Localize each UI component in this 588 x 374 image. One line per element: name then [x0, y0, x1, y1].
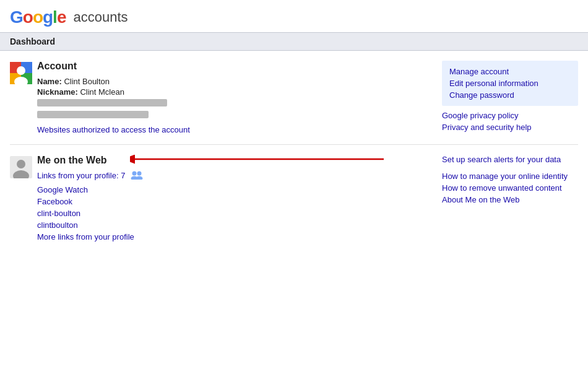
profile-links-number: 7 — [121, 171, 125, 180]
google-privacy-link[interactable]: Google privacy policy — [442, 111, 578, 120]
websites-link-container: Websites authorized to access the accoun… — [37, 125, 430, 134]
setup-alerts-link[interactable]: Set up search alerts for your data — [442, 155, 561, 164]
svg-point-14 — [136, 176, 142, 180]
person-icon — [10, 156, 32, 178]
account-icon — [10, 62, 32, 84]
me-body: Me on the Web Links from your profile: 7 — [37, 155, 430, 244]
svg-point-7 — [17, 160, 25, 168]
svg-point-11 — [132, 172, 136, 176]
websites-link[interactable]: Websites authorized to access the accoun… — [37, 125, 190, 134]
clintboulton-link[interactable]: clintboulton — [37, 220, 430, 230]
privacy-links: Google privacy policy Privacy and securi… — [442, 111, 578, 132]
annotation-arrow — [130, 150, 390, 168]
svg-point-4 — [17, 66, 25, 75]
change-password-link[interactable]: Change password — [449, 90, 571, 100]
google-watch-link[interactable]: Google Watch — [37, 185, 430, 194]
account-nickname-line: Nickname: Clint Mclean — [37, 87, 430, 97]
me-help-links: How to manage your online identity How t… — [442, 172, 578, 204]
manage-identity-link[interactable]: How to manage your online identity — [442, 172, 578, 181]
remove-content-link[interactable]: How to remove unwanted content — [442, 183, 578, 193]
nickname-label: Nickname: — [37, 87, 78, 97]
profile-links-link[interactable]: Links from your profile: 7 — [37, 171, 128, 180]
account-body: Account Name: Clint Boulton Nickname: Cl… — [37, 61, 430, 134]
blurred-email-line — [37, 98, 430, 107]
dashboard-label: Dashboard — [10, 37, 55, 46]
nickname-value: Clint Mclean — [80, 87, 124, 97]
security-help-link[interactable]: Privacy and security help — [442, 123, 578, 132]
manage-account-link[interactable]: Manage account — [449, 67, 571, 76]
me-title: Me on the Web — [37, 155, 107, 166]
name-label: Name: — [37, 77, 62, 86]
facebook-link[interactable]: Facebook — [37, 197, 430, 206]
account-manage-links: Manage account Edit personal information… — [442, 61, 578, 106]
me-icon-container — [10, 155, 37, 244]
google-logo: Google — [10, 7, 66, 27]
about-me-link[interactable]: About Me on the Web — [442, 195, 578, 204]
blurred-phone-line — [37, 110, 430, 119]
page-title: accounts — [73, 9, 128, 25]
me-title-container: Me on the Web — [37, 155, 107, 171]
header: Google accounts — [0, 0, 588, 32]
edit-personal-link[interactable]: Edit personal information — [449, 79, 571, 88]
people-icon — [130, 171, 144, 181]
more-links-link[interactable]: More links from your profile — [37, 232, 430, 241]
svg-point-13 — [137, 172, 141, 176]
main-content: Account Name: Clint Boulton Nickname: Cl… — [0, 51, 588, 254]
blurred-phone — [37, 111, 149, 118]
me-on-web-section: Me on the Web Links from your profile: 7 — [10, 145, 578, 254]
dashboard-bar: Dashboard — [0, 32, 588, 51]
account-icon-container — [10, 61, 37, 134]
me-section-links: Set up search alerts for your data How t… — [430, 155, 578, 244]
name-value: Clint Boulton — [64, 77, 110, 86]
account-name-line: Name: Clint Boulton — [37, 77, 430, 86]
clint-boulton-link[interactable]: clint-boulton — [37, 209, 430, 218]
setup-alerts-container: Set up search alerts for your data — [442, 155, 578, 164]
me-links: Google Watch Facebook clint-boulton clin… — [37, 185, 430, 241]
blurred-email — [37, 99, 167, 107]
account-links: Manage account Edit personal information… — [430, 61, 578, 134]
profile-links-count: Links from your profile: 7 — [37, 171, 430, 181]
profile-links-label: Links from your profile: — [37, 171, 119, 180]
account-section: Account Name: Clint Boulton Nickname: Cl… — [10, 51, 578, 145]
account-title: Account — [37, 61, 430, 72]
